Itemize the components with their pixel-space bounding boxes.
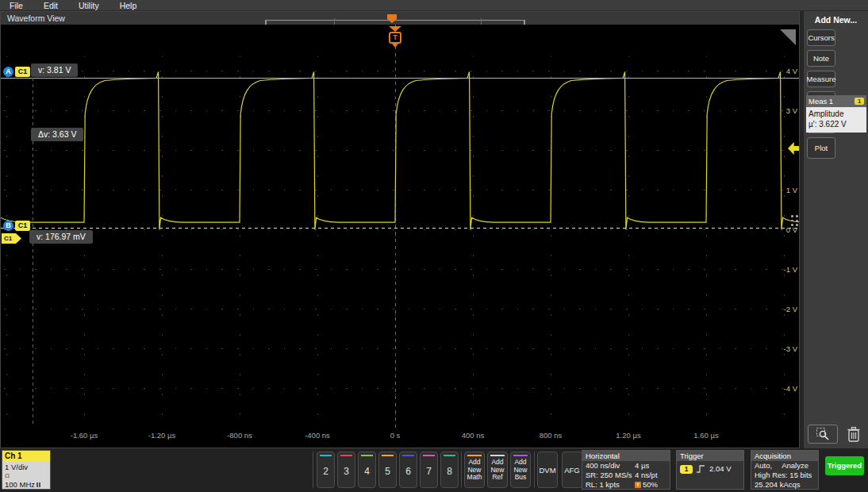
channel-color-stripe: [382, 455, 394, 456]
cursor-b-line[interactable]: [1, 228, 799, 229]
rising-edge-icon: [697, 464, 705, 474]
gridline-vertical: [706, 56, 707, 423]
zoom-corner-icon[interactable]: [780, 29, 796, 45]
channel1-badge[interactable]: Ch 1 1 V/div Ω 100 MHz: [2, 450, 51, 490]
horizontal-span: 4 µs: [635, 461, 649, 471]
overview-tick: [481, 18, 482, 25]
horizontal-title: Horizontal: [582, 451, 670, 461]
add-new-math-button[interactable]: Add New Math: [464, 452, 485, 488]
horizontal-settings-card[interactable]: Horizontal 400 ns/div4 µs SR: 250 MS/s4 …: [582, 450, 670, 490]
channel5-button[interactable]: 5: [378, 452, 397, 488]
channel8-button[interactable]: 8: [440, 452, 459, 488]
y-axis-label: 0 V: [774, 225, 797, 234]
add-button-label: Add New Bus: [511, 459, 530, 482]
x-axis-label: 400 ns: [449, 431, 497, 440]
cursor-b-readout[interactable]: v: 176.97 mV: [29, 230, 93, 244]
channel4-button[interactable]: 4: [358, 452, 376, 488]
zoom-box-button[interactable]: [808, 425, 838, 444]
gridline-horizontal: [4, 309, 785, 309]
x-axis-label: -1.20 µs: [138, 431, 186, 440]
add-new-bus-button[interactable]: Add New Bus: [510, 452, 531, 488]
trigger-position-icon: T: [635, 482, 641, 488]
dvm-button[interactable]: DVM: [537, 452, 558, 488]
menu-item-edit[interactable]: Edit: [44, 1, 58, 10]
horizontal-record-length: RL: 1 kpts: [586, 480, 635, 490]
cursor-a-channel-badge[interactable]: C1: [15, 67, 30, 77]
right-panel: Add New... CursorsNoteMeasureSearchResul…: [803, 11, 868, 448]
y-axis-label: -4 V: [774, 384, 797, 393]
add-new-title: Add New...: [804, 11, 868, 25]
channel3-button[interactable]: 3: [337, 452, 355, 488]
panel-grip-handle[interactable]: [791, 215, 798, 226]
gridline-vertical: [551, 56, 551, 423]
gridline-vertical: [162, 56, 163, 423]
graticule-area: T A C1 v: 3.81 V Δv: 3.63 V B C1 v: 176.…: [1, 25, 799, 448]
x-axis-label: 1.20 µs: [605, 431, 652, 440]
menu-item-utility[interactable]: Utility: [79, 1, 99, 10]
gridline-horizontal: [4, 71, 785, 71]
trigger-source-badge: 1: [680, 465, 693, 474]
channel-number: 3: [338, 466, 355, 477]
measurement-value: µ': 3.622 V: [808, 119, 864, 129]
menu-item-file[interactable]: File: [10, 1, 23, 10]
view-tools: [804, 425, 868, 445]
x-axis-label: -400 ns: [294, 431, 341, 440]
gridline-horizontal: [4, 110, 785, 111]
trigger-flag[interactable]: T: [389, 26, 401, 48]
channel-color-stripe: [423, 455, 435, 456]
x-axis-label: 800 ns: [527, 431, 574, 440]
add-new-note-button[interactable]: Note: [807, 50, 835, 67]
waveform-view-header: Waveform View: [1, 12, 799, 25]
menu-item-help[interactable]: Help: [120, 1, 137, 10]
afg-button[interactable]: AFG: [562, 452, 582, 488]
cursor-a-badge[interactable]: A: [3, 67, 13, 77]
acquisition-analyze: Analyze: [782, 461, 808, 471]
separator: [534, 452, 535, 488]
measurement-title: Meas 1: [808, 95, 833, 107]
add-new-ref-button[interactable]: Add New Ref: [487, 452, 508, 488]
channel-color-stripe: [361, 455, 373, 456]
measurement-header: Meas 1 1: [806, 95, 866, 107]
trigger-flag-tail-icon: [392, 44, 398, 48]
add-button-label: Add New Math: [465, 459, 484, 482]
measurement-source-badge: 1: [855, 98, 864, 105]
channel-number: 6: [400, 466, 417, 477]
channel2-button[interactable]: 2: [317, 452, 335, 488]
horizontal-position: 50%: [643, 480, 658, 490]
add-new-plot-button[interactable]: Plot: [807, 137, 835, 159]
trash-icon[interactable]: [847, 426, 862, 444]
acquisition-settings-card[interactable]: Acquisition Auto,Analyze High Res: 15 bi…: [751, 450, 819, 490]
cursor-a-readout[interactable]: v: 3.81 V: [31, 63, 78, 77]
channel1-ground-marker[interactable]: C1: [2, 233, 21, 244]
cursor-b-channel-badge[interactable]: C1: [15, 221, 30, 231]
add-new-cursors-button[interactable]: Cursors: [807, 29, 835, 46]
trigger-flag-label: T: [389, 32, 401, 44]
channel7-button[interactable]: 7: [420, 452, 438, 488]
x-axis-label: -1.60 µs: [60, 431, 108, 440]
gridline-vertical: [240, 56, 240, 423]
add-new-measure-button[interactable]: Measure: [807, 71, 835, 87]
channel-number: 5: [379, 466, 396, 477]
measurement-card[interactable]: Meas 1 1 Amplitude µ': 3.622 V: [806, 95, 866, 133]
gridline-horizontal: [4, 269, 785, 270]
overview-tick: [334, 18, 335, 25]
badge-color-stripe: [513, 455, 528, 456]
x-axis-label: 0 s: [371, 431, 419, 440]
cursor-b-badge[interactable]: B: [3, 221, 13, 231]
trigger-level-arrow[interactable]: [788, 142, 799, 155]
badge-color-stripe: [490, 455, 505, 456]
gridline-horizontal: [4, 150, 785, 151]
cursor-a-line[interactable]: [1, 78, 799, 79]
acquisition-resolution: High Res: 15 bits: [751, 471, 818, 480]
channel6-button[interactable]: 6: [399, 452, 417, 488]
channel-number: 2: [317, 466, 334, 477]
waveform-view-tab[interactable]: Waveform View: [7, 13, 65, 23]
cursor-delta-readout[interactable]: Δv: 3.63 V: [31, 128, 83, 141]
trigger-settings-card[interactable]: Trigger 1 2.04 V: [676, 450, 744, 490]
x-axis-label: -800 ns: [216, 431, 263, 440]
gridline-horizontal: [4, 229, 785, 230]
magnifier-icon: [816, 427, 830, 441]
y-axis-label: -1 V: [774, 265, 797, 274]
gridline-vertical: [628, 56, 629, 423]
menu-bar: FileEditUtilityHelp: [0, 0, 868, 11]
